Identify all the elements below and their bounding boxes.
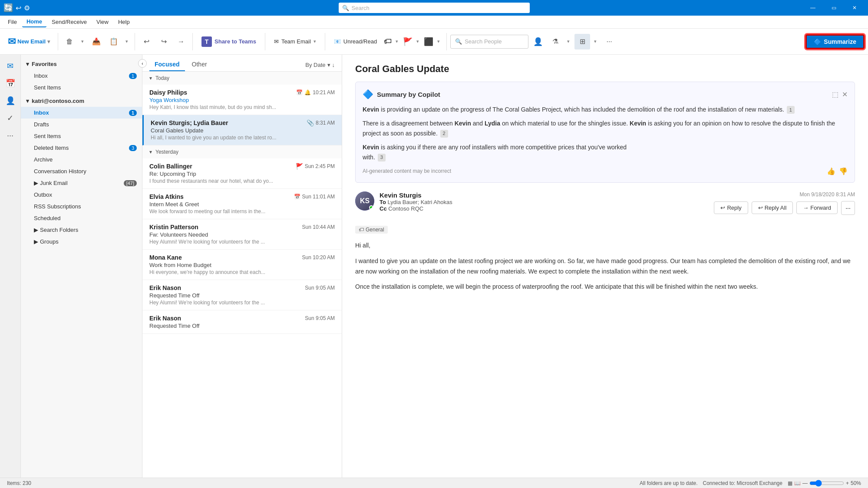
reply-buttons: ↩ Reply ↩ Reply All → Forward ··· bbox=[714, 201, 855, 215]
flag-dropdown[interactable]: ▾ bbox=[413, 34, 422, 49]
delete-dropdown[interactable]: ▾ bbox=[78, 34, 87, 49]
zoom-plus-icon[interactable]: + bbox=[846, 480, 849, 486]
delete-button[interactable]: 🗑 bbox=[62, 34, 77, 49]
zoom-control[interactable]: ▦ 📖 — + 50% bbox=[788, 480, 861, 487]
forward-icon: → bbox=[803, 204, 809, 211]
new-email-dropdown-icon[interactable]: ▾ bbox=[47, 39, 50, 45]
view-icon-2[interactable]: 📖 bbox=[794, 480, 801, 486]
close-button[interactable]: ✕ bbox=[845, 0, 865, 16]
global-search-box[interactable]: 🔍 Search bbox=[339, 3, 530, 13]
view-switcher-dropdown[interactable]: ▾ bbox=[591, 34, 600, 49]
menu-view[interactable]: View bbox=[92, 17, 113, 27]
search-icon: 🔍 bbox=[342, 5, 349, 11]
tab-other[interactable]: Other bbox=[187, 58, 212, 71]
sidebar-item-favorites-inbox[interactable]: Inbox 1 bbox=[21, 70, 142, 82]
email-mona-header: Mona Kane Sun 10:20 AM bbox=[149, 254, 335, 261]
team-email-dropdown[interactable]: ▾ bbox=[314, 39, 316, 44]
mail-nav-icon[interactable]: ✉ bbox=[3, 58, 18, 74]
filter-button[interactable]: ⚗ bbox=[548, 34, 563, 49]
address-book-button[interactable]: 👤 bbox=[530, 34, 546, 49]
menu-send-receive[interactable]: Send/Receive bbox=[47, 17, 91, 27]
summarize-button[interactable]: 🔷 Summarize bbox=[805, 34, 865, 49]
sidebar-item-groups[interactable]: ▶ Groups bbox=[21, 236, 142, 247]
main-layout: ✉ 📅 👤 ✓ ··· ▾ Favorites Inbox 1 Sent Ite… bbox=[0, 55, 868, 478]
tab-focused[interactable]: Focused bbox=[149, 58, 185, 71]
filter-dropdown[interactable]: ▾ bbox=[564, 34, 573, 49]
sidebar-item-inbox[interactable]: Inbox 1 bbox=[21, 107, 142, 119]
connection-status: Connected to: Microsoft Exchange bbox=[703, 480, 782, 486]
move-dropdown[interactable]: ▾ bbox=[122, 34, 131, 49]
summarize-label: Summarize bbox=[824, 38, 856, 45]
sidebar-item-deleted[interactable]: Deleted Items 3 bbox=[21, 142, 142, 154]
sidebar-item-conversation-history[interactable]: Conversation History bbox=[21, 165, 142, 177]
favorites-header[interactable]: ▾ Favorites bbox=[21, 58, 142, 70]
zoom-slider[interactable] bbox=[809, 480, 844, 487]
archive-button[interactable]: 📥 bbox=[89, 34, 104, 49]
email-item-mona[interactable]: Mona Kane Sun 10:20 AM Work from Home Bu… bbox=[142, 250, 342, 280]
sidebar-item-favorites-sent[interactable]: Sent Items bbox=[21, 82, 142, 93]
sort-by-control[interactable]: By Date ▾ ↓ bbox=[305, 62, 335, 68]
outbox-label: Outbox bbox=[34, 191, 52, 198]
redo-button[interactable]: ↪ bbox=[156, 34, 172, 49]
calendar-nav-icon[interactable]: 📅 bbox=[3, 76, 18, 91]
sort-by-label: By Date bbox=[305, 62, 325, 68]
sidebar-item-junk[interactable]: ▶ Junk Email [47] bbox=[21, 177, 142, 189]
reply-all-button[interactable]: ↩ Reply All bbox=[752, 201, 793, 214]
sidebar-item-outbox[interactable]: Outbox bbox=[21, 189, 142, 201]
forward-toolbar-button[interactable]: → bbox=[173, 34, 189, 49]
tasks-nav-icon[interactable]: ✓ bbox=[3, 110, 18, 126]
reply-more-button[interactable]: ··· bbox=[841, 201, 855, 215]
menu-file[interactable]: File bbox=[3, 17, 21, 27]
menu-help[interactable]: Help bbox=[114, 17, 134, 27]
minimize-button[interactable]: — bbox=[803, 0, 823, 16]
date-group-today[interactable]: ▾ Today bbox=[142, 72, 342, 85]
cc-recipients: Contoso RQC bbox=[388, 205, 423, 212]
thumbs-down-icon[interactable]: 👎 bbox=[839, 167, 848, 175]
email-item-elvia[interactable]: Elvia Atkins 📅 Sun 11:01 AM Intern Meet … bbox=[142, 189, 342, 219]
email-list-body[interactable]: ▾ Today Daisy Philips 📅 🔔 10:21 AM Yoga … bbox=[142, 72, 342, 478]
team-email-button[interactable]: ✉ Team Email ▾ bbox=[269, 32, 321, 51]
more-options-dropdown[interactable]: ▾ bbox=[434, 34, 443, 49]
email-item-daisy[interactable]: Daisy Philips 📅 🔔 10:21 AM Yoga Workshop… bbox=[142, 85, 342, 115]
view-switcher-button[interactable]: ⊞ bbox=[574, 34, 590, 49]
share-to-teams-button[interactable]: T Share to Teams bbox=[196, 32, 261, 51]
copilot-close-icon[interactable]: ✕ bbox=[842, 90, 848, 99]
email-item-erik2[interactable]: Erik Nason Sun 9:05 AM Requested Time Of… bbox=[142, 310, 342, 334]
email-item-kristin[interactable]: Kristin Patterson Sun 10:44 AM Fw: Volun… bbox=[142, 219, 342, 250]
sidebar-item-archive[interactable]: Archive bbox=[21, 154, 142, 165]
settings-icon[interactable]: ⚙ bbox=[24, 4, 30, 12]
menu-home[interactable]: Home bbox=[22, 16, 46, 27]
email-item-erik1[interactable]: Erik Nason Sun 9:05 AM Requested Time Of… bbox=[142, 280, 342, 310]
sort-order-icon: ↓ bbox=[332, 62, 335, 68]
view-icon-1[interactable]: ▦ bbox=[788, 480, 792, 486]
undo-icon[interactable]: ↩ bbox=[16, 4, 21, 12]
search-people-input[interactable]: 🔍 Search People bbox=[450, 35, 528, 49]
outlook-icon: 🔄 bbox=[3, 3, 13, 13]
date-group-yesterday[interactable]: ▾ Yesterday bbox=[142, 145, 342, 158]
more-nav-icon[interactable]: ··· bbox=[3, 128, 18, 143]
email-item-kevin[interactable]: Kevin Sturgis; Lydia Bauer 📎 8:31 AM Cor… bbox=[142, 115, 342, 145]
thumbs-up-icon[interactable]: 👍 bbox=[827, 167, 835, 175]
people-nav-icon[interactable]: 👤 bbox=[3, 93, 18, 109]
sidebar-collapse-button[interactable]: ‹ bbox=[138, 59, 147, 68]
new-email-button[interactable]: ✉ New Email ▾ bbox=[3, 30, 54, 53]
calendar-icon-daisy: 📅 bbox=[296, 89, 303, 96]
reply-button[interactable]: ↩ Reply bbox=[714, 201, 748, 214]
sidebar-item-scheduled[interactable]: Scheduled bbox=[21, 212, 142, 224]
yesterday-label: Yesterday bbox=[155, 149, 178, 155]
forward-button[interactable]: → Forward bbox=[796, 201, 838, 214]
maximize-button[interactable]: ▭ bbox=[824, 0, 844, 16]
sidebar-item-sent[interactable]: Sent Items bbox=[21, 130, 142, 142]
copilot-expand-icon[interactable]: ⬚ bbox=[832, 90, 838, 99]
email-item-colin[interactable]: Colin Ballinger 🚩 Sun 2:45 PM Re: Upcomi… bbox=[142, 158, 342, 189]
toolbar-more-button[interactable]: ··· bbox=[601, 34, 617, 49]
sidebar-item-search-folders[interactable]: ▶ Search Folders bbox=[21, 224, 142, 236]
move-button[interactable]: 📋 bbox=[106, 34, 122, 49]
categorize-dropdown[interactable]: ▾ bbox=[393, 34, 401, 49]
account-header[interactable]: ▾ katri@contoso.com bbox=[21, 95, 142, 107]
zoom-minus-icon[interactable]: — bbox=[802, 480, 808, 486]
unread-read-button[interactable]: 📧 Unread/Read bbox=[329, 32, 382, 51]
sidebar-item-rss[interactable]: RSS Subscriptions bbox=[21, 201, 142, 212]
sidebar-item-drafts[interactable]: Drafts bbox=[21, 119, 142, 130]
undo-button[interactable]: ↩ bbox=[139, 34, 154, 49]
